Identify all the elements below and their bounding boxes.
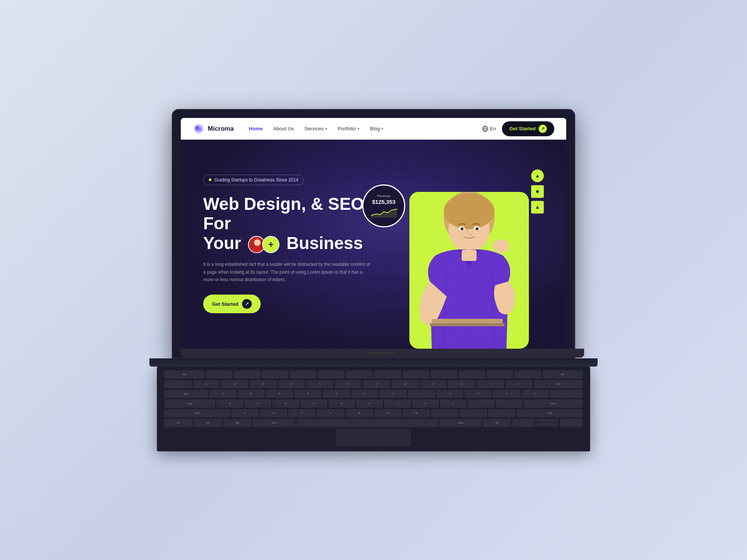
key-a[interactable]: A (216, 399, 243, 408)
key-left[interactable]: ← (512, 419, 535, 427)
key-down[interactable]: ↓ (536, 423, 559, 426)
key-fn[interactable]: fn (164, 419, 193, 427)
hero-cta-arrow: ↗ (242, 299, 252, 309)
key-1[interactable]: 1 (193, 380, 220, 388)
nav-services[interactable]: Services ▾ (304, 126, 327, 131)
key-z[interactable]: Z (231, 409, 258, 417)
key-f[interactable]: F (300, 399, 327, 408)
key-f7[interactable] (374, 370, 401, 379)
key-backslash[interactable]: \ (550, 390, 583, 398)
key-lcmd[interactable]: cmd (253, 419, 295, 427)
key-l[interactable]: L (440, 399, 467, 408)
navbar-cta-button[interactable]: Get Started ↗ (502, 121, 554, 136)
key-backspace[interactable]: ⌫ (534, 380, 583, 388)
key-y[interactable]: Y (351, 390, 378, 398)
key-f12[interactable] (514, 370, 541, 379)
hero-cta-button[interactable]: Get Started ↗ (203, 295, 261, 313)
key-minus[interactable]: - (477, 380, 504, 388)
nav-home[interactable]: Home (249, 126, 263, 131)
key-f9[interactable] (430, 370, 457, 379)
nav-portfolio[interactable]: Portfolio ▾ (338, 126, 360, 131)
shape-square-btn[interactable]: ■ (531, 185, 544, 198)
key-f4[interactable] (290, 370, 317, 379)
key-ropt[interactable]: opt (483, 419, 511, 427)
key-j[interactable]: J (384, 399, 411, 408)
shape-triangle-btn[interactable]: ▲ (531, 201, 544, 214)
key-rcmd[interactable]: cmd (439, 419, 482, 427)
key-v[interactable]: V (317, 409, 344, 417)
nav-blog[interactable]: Blog ▾ (370, 126, 383, 131)
key-s[interactable]: S (244, 399, 271, 408)
key-f3[interactable] (262, 370, 289, 379)
key-return[interactable]: return (524, 399, 583, 408)
key-2[interactable]: 2 (221, 380, 248, 388)
key-p[interactable]: P (465, 390, 492, 398)
nav-links: Home About Us Services ▾ Portfolio ▾ Blo… (249, 126, 482, 131)
key-delete[interactable]: del (542, 370, 583, 379)
trackpad[interactable] (336, 429, 411, 446)
key-i[interactable]: I (408, 390, 435, 398)
nav-about[interactable]: About Us (273, 126, 294, 131)
shape-circle-btn[interactable]: ▲ (531, 169, 544, 182)
hero-title: Web Design, & SEO For Your (203, 194, 374, 253)
key-rbracket[interactable]: ] (521, 390, 549, 398)
key-o[interactable]: O (436, 390, 464, 398)
key-g[interactable]: G (328, 399, 355, 408)
key-h[interactable]: H (356, 399, 383, 408)
key-0[interactable]: 0 (448, 380, 475, 388)
key-caps[interactable]: caps (164, 399, 215, 408)
hero-title-line1: Web Design, & SEO For (203, 194, 374, 234)
key-r[interactable]: R (294, 390, 322, 398)
logo-area[interactable]: Microma (193, 123, 234, 135)
key-slash[interactable]: / (488, 409, 515, 417)
svg-rect-16 (432, 319, 503, 323)
key-n[interactable]: N (374, 409, 402, 417)
key-right[interactable]: → (560, 419, 583, 427)
key-esc[interactable]: esc (164, 370, 205, 379)
key-9[interactable]: 9 (420, 380, 447, 388)
key-f2[interactable] (234, 370, 261, 379)
key-8[interactable]: 8 (391, 380, 419, 388)
key-6[interactable]: 6 (335, 380, 362, 388)
key-5[interactable]: 5 (306, 380, 334, 388)
key-up[interactable]: ↑ (536, 419, 559, 422)
key-equals[interactable]: = (505, 380, 533, 388)
key-q[interactable]: Q (209, 390, 236, 398)
key-semicolon[interactable]: ; (468, 399, 495, 408)
key-f10[interactable] (458, 370, 485, 379)
key-4[interactable]: 4 (278, 380, 305, 388)
key-lbracket[interactable]: [ (493, 390, 520, 398)
key-f5[interactable] (318, 370, 345, 379)
language-selector[interactable]: En (482, 126, 496, 132)
key-opt[interactable]: opt (223, 419, 252, 427)
revenue-amount: $125,353 (372, 199, 396, 205)
key-lshift[interactable]: shift (164, 409, 230, 417)
key-3[interactable]: 3 (249, 380, 277, 388)
key-k[interactable]: K (412, 399, 439, 408)
key-tilde[interactable]: ~ (164, 380, 192, 388)
key-period[interactable]: . (460, 409, 487, 417)
key-x[interactable]: X (260, 409, 287, 417)
key-w[interactable]: W (238, 390, 265, 398)
key-b[interactable]: B (345, 409, 373, 417)
keyboard-row-4: caps A S D F G H J K L ; ' return (164, 399, 583, 408)
key-m[interactable]: M (403, 409, 430, 417)
key-7[interactable]: 7 (363, 380, 390, 388)
key-t[interactable]: T (323, 390, 350, 398)
logo-text: Microma (208, 125, 234, 133)
key-f6[interactable] (346, 370, 373, 379)
key-f1[interactable] (206, 370, 233, 379)
key-quote[interactable]: ' (496, 399, 523, 408)
key-c[interactable]: C (288, 409, 316, 417)
key-ctrl[interactable]: ctrl (194, 419, 222, 427)
svg-marker-9 (371, 209, 397, 218)
key-e[interactable]: E (266, 390, 293, 398)
key-u[interactable]: U (379, 390, 407, 398)
key-f11[interactable] (486, 370, 513, 379)
key-f8[interactable] (402, 370, 429, 379)
key-rshift[interactable]: shift (517, 409, 583, 417)
key-comma[interactable]: , (431, 409, 458, 417)
key-space[interactable] (297, 419, 438, 427)
key-tab[interactable]: tab (164, 390, 208, 398)
key-d[interactable]: D (272, 399, 299, 408)
